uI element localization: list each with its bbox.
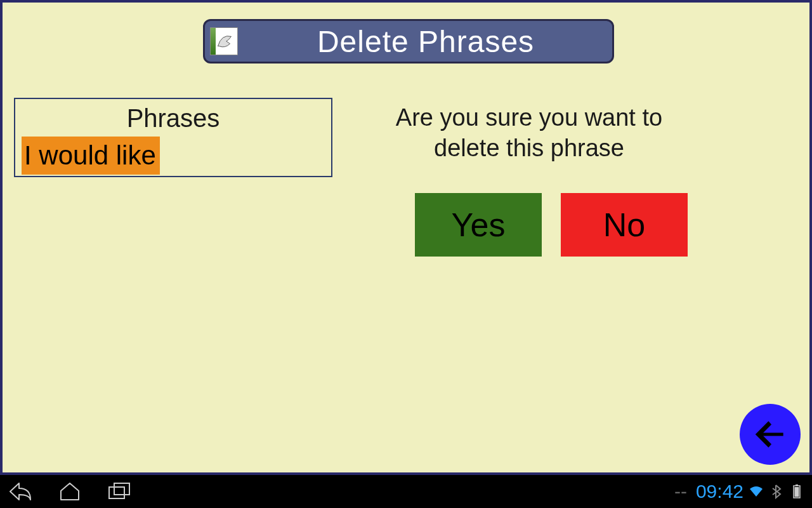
app-icon	[210, 27, 238, 55]
wifi-icon	[749, 484, 764, 499]
battery-icon	[789, 484, 804, 499]
app-frame: Delete Phrases Phrases I would like Are …	[0, 0, 812, 475]
svg-rect-1	[114, 483, 129, 495]
status-time: 09:42	[696, 481, 743, 502]
bluetooth-icon	[769, 484, 784, 499]
svg-rect-3	[796, 485, 798, 486]
svg-rect-4	[795, 487, 799, 497]
back-button[interactable]	[740, 404, 801, 465]
phrases-panel: Phrases I would like	[14, 98, 332, 177]
status-area: -- 09:42	[674, 481, 804, 502]
title-bar: Delete Phrases	[203, 19, 614, 64]
phrases-heading: Phrases	[15, 99, 331, 137]
nav-recent-icon[interactable]	[107, 481, 132, 502]
no-button[interactable]: No	[561, 193, 688, 257]
bird-icon	[211, 28, 237, 55]
android-nav-bar: -- 09:42	[0, 475, 812, 508]
yes-button[interactable]: Yes	[415, 193, 542, 257]
nav-back-icon[interactable]	[8, 481, 33, 502]
status-dash: --	[674, 481, 687, 502]
phrase-item[interactable]: I would like	[22, 137, 160, 175]
confirm-message: Are you sure you want to delete this phr…	[383, 103, 675, 163]
arrow-left-icon	[750, 415, 790, 454]
svg-rect-0	[109, 487, 124, 498]
page-title: Delete Phrases	[244, 24, 607, 59]
nav-home-icon[interactable]	[57, 481, 82, 502]
